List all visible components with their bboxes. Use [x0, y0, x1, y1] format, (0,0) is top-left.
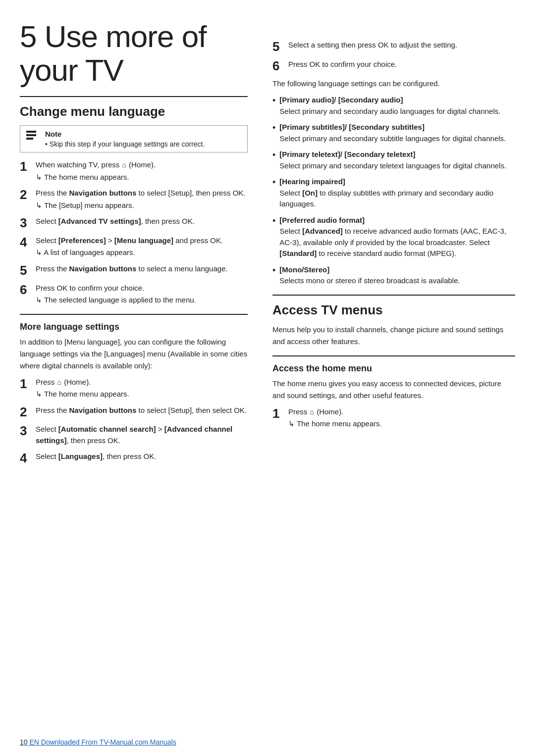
right-step-6-content: Press OK to confirm your choice.	[288, 59, 515, 70]
lang-settings-intro: The following language settings can be c…	[272, 78, 515, 90]
note-bullet: • Skip this step if your language settin…	[45, 140, 205, 148]
more-lang-step-2-num: 2	[20, 405, 36, 419]
home-menu-step-1: 1 Press ⌂ (Home). The home menu appears.	[272, 406, 515, 430]
step-1-content: When watching TV, press ⌂ (Home). The ho…	[36, 159, 248, 183]
footer[interactable]: 10 EN Downloaded From TV-Manual.com Manu…	[20, 738, 176, 746]
step-2-num: 2	[20, 188, 36, 202]
right-step-6-num: 6	[272, 59, 288, 73]
lang-setting-hearing-impaired: [Hearing impaired] Select [On] to displa…	[272, 176, 515, 210]
step-3: 3 Select [Advanced TV settings], then pr…	[20, 216, 248, 230]
home-icon-2: ⌂	[57, 377, 61, 388]
lang-setting-primary-subtitles: [Primary subtitles]/ [Secondary subtitle…	[272, 122, 515, 144]
note-icon	[26, 131, 40, 142]
lang-setting-mono-stereo-content: [Mono/Stereo] Selects mono or stereo if …	[279, 264, 460, 287]
step-4-content: Select [Preferences] > [Menu language] a…	[36, 235, 248, 258]
step-6: 6 Press OK to confirm your choice. The s…	[20, 283, 248, 306]
step-2: 2 Press the Navigation buttons to select…	[20, 188, 248, 211]
step-5-content: Press the Navigation buttons to select a…	[36, 263, 248, 275]
more-lang-step-1-sub: The home menu appears.	[36, 389, 248, 400]
chapter-number: 5	[20, 19, 36, 53]
lang-setting-primary-teletext: [Primary teletext]/ [Secondary teletext]…	[272, 149, 515, 171]
step-5-num: 5	[20, 263, 36, 278]
step-6-sub: The selected language is applied to the …	[36, 295, 248, 306]
right-step-6: 6 Press OK to confirm your choice.	[272, 59, 515, 73]
right-column: 5 Select a setting then press OK to adju…	[263, 20, 515, 741]
section-divider-2	[20, 314, 248, 315]
note-content: Note • Skip this step if your language s…	[45, 130, 205, 148]
step-1-num: 1	[20, 159, 36, 174]
lang-setting-preferred-audio: [Preferred audio format] Select [Advance…	[272, 215, 515, 259]
step-6-num: 6	[20, 283, 36, 297]
page-number: 10	[20, 738, 28, 746]
step-5: 5 Press the Navigation buttons to select…	[20, 263, 248, 278]
more-lang-step-1-content: Press ⌂ (Home). The home menu appears.	[36, 377, 248, 400]
left-column: 5 Use more ofyour TV Change menu languag…	[20, 20, 263, 741]
lang-setting-primary-audio-content: [Primary audio]/ [Secondary audio] Selec…	[279, 95, 500, 117]
step-4: 4 Select [Preferences] > [Menu language]…	[20, 235, 248, 258]
lang-setting-hearing-impaired-content: [Hearing impaired] Select [On] to displa…	[279, 176, 515, 210]
lang-indicator: EN	[29, 738, 39, 746]
home-icon-3: ⌂	[310, 407, 314, 417]
step-3-content: Select [Advanced TV settings], then pres…	[36, 216, 248, 227]
step-2-sub: The [Setup] menu appears.	[36, 200, 248, 211]
right-steps-continued: 5 Select a setting then press OK to adju…	[272, 40, 515, 73]
step-6-content: Press OK to confirm your choice. The sel…	[36, 283, 248, 306]
home-menu-intro: The home menu gives you easy access to c…	[272, 378, 515, 402]
step-4-sub: A list of languages appears.	[36, 247, 248, 258]
more-lang-step-1-num: 1	[20, 377, 36, 391]
section1-steps: 1 When watching TV, press ⌂ (Home). The …	[20, 159, 248, 305]
section-title-change-menu-language: Change menu language	[20, 104, 248, 119]
step-3-num: 3	[20, 216, 36, 230]
right-step-5: 5 Select a setting then press OK to adju…	[272, 40, 515, 54]
more-lang-step-4-num: 4	[20, 451, 36, 465]
lang-settings-list: [Primary audio]/ [Secondary audio] Selec…	[272, 95, 515, 287]
section-divider-access	[272, 295, 515, 296]
more-lang-step-3-content: Select [Automatic channel search] > [Adv…	[36, 424, 248, 446]
more-lang-step-4: 4 Select [Languages], then press OK.	[20, 451, 248, 465]
lang-setting-preferred-audio-content: [Preferred audio format] Select [Advance…	[279, 215, 515, 259]
section2-steps: 1 Press ⌂ (Home). The home menu appears.…	[20, 377, 248, 465]
home-menu-step-1-sub: The home menu appears.	[288, 418, 515, 430]
section-divider-home	[272, 355, 515, 356]
more-lang-step-4-content: Select [Languages], then press OK.	[36, 451, 248, 462]
access-tv-intro: Menus help you to install channels, chan…	[272, 324, 515, 348]
step-1: 1 When watching TV, press ⌂ (Home). The …	[20, 159, 248, 183]
home-menu-steps: 1 Press ⌂ (Home). The home menu appears.	[272, 406, 515, 430]
more-lang-step-1: 1 Press ⌂ (Home). The home menu appears.	[20, 377, 248, 400]
step-4-num: 4	[20, 235, 36, 250]
lang-setting-primary-subtitles-content: [Primary subtitles]/ [Secondary subtitle…	[279, 122, 506, 144]
home-icon-1: ⌂	[122, 160, 126, 170]
section-divider-1	[20, 96, 248, 97]
section-title-access-tv: Access TV menus	[272, 302, 515, 318]
section-title-more-language: More language settings	[20, 322, 248, 332]
more-lang-step-2: 2 Press the Navigation buttons to select…	[20, 405, 248, 419]
right-step-5-num: 5	[272, 40, 288, 54]
home-menu-step-1-content: Press ⌂ (Home). The home menu appears.	[288, 406, 515, 430]
more-lang-step-2-content: Press the Navigation buttons to select […	[36, 405, 248, 416]
lang-setting-primary-audio: [Primary audio]/ [Secondary audio] Selec…	[272, 95, 515, 117]
lang-setting-primary-teletext-content: [Primary teletext]/ [Secondary teletext]…	[279, 149, 506, 171]
lang-setting-mono-stereo: [Mono/Stereo] Selects mono or stereo if …	[272, 264, 515, 287]
step-1-sub: The home menu appears.	[36, 172, 248, 183]
note-label: Note	[45, 130, 205, 138]
footer-link[interactable]: Downloaded From TV-Manual.com Manuals	[41, 738, 176, 746]
chapter-title-text: Use more ofyour TV	[20, 19, 206, 87]
more-lang-intro: In addition to [Menu language], you can …	[20, 336, 248, 372]
chapter-title: 5 Use more ofyour TV	[20, 20, 248, 87]
note-box: Note • Skip this step if your language s…	[20, 125, 248, 152]
right-step-5-content: Select a setting then press OK to adjust…	[288, 40, 515, 51]
more-lang-step-3-num: 3	[20, 424, 36, 438]
subsection-title-home-menu: Access the home menu	[272, 363, 515, 374]
more-lang-step-3: 3 Select [Automatic channel search] > [A…	[20, 424, 248, 446]
step-2-content: Press the Navigation buttons to select […	[36, 188, 248, 211]
home-menu-step-1-num: 1	[272, 406, 288, 421]
